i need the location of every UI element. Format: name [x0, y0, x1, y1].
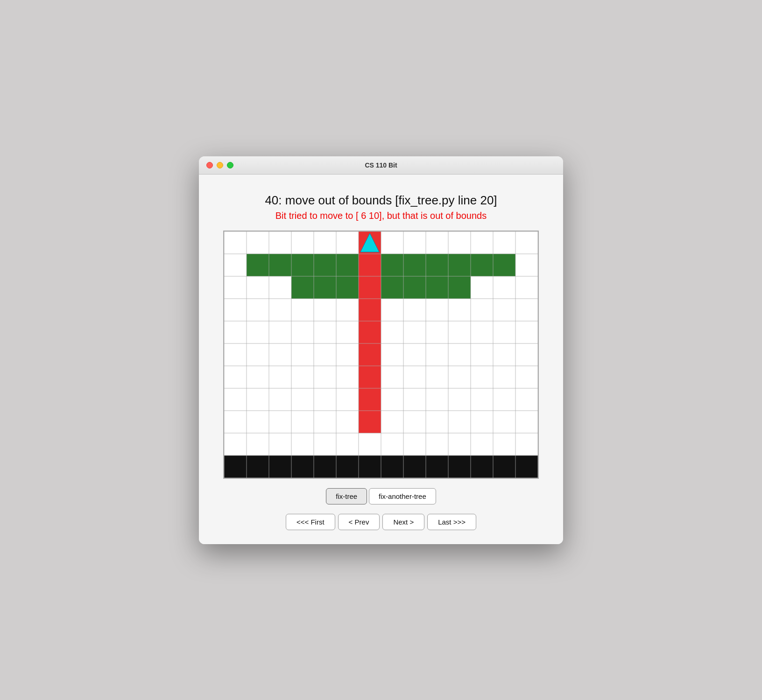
main-title: 40: move out of bounds [fix_tree.py line…	[265, 193, 497, 208]
tab-bar: fix-tree fix-another-tree	[326, 488, 436, 504]
tab-fix-another-tree[interactable]: fix-another-tree	[369, 488, 436, 504]
header-section: 40: move out of bounds [fix_tree.py line…	[265, 193, 497, 221]
window-title: CS 110 Bit	[365, 161, 397, 169]
grid-canvas	[224, 231, 538, 478]
prev-button[interactable]: < Prev	[338, 514, 380, 530]
error-text: Bit tried to move to [ 6 10], but that i…	[265, 210, 497, 221]
traffic-lights	[206, 162, 233, 168]
first-button[interactable]: <<< First	[286, 514, 335, 530]
window-content: 40: move out of bounds [fix_tree.py line…	[199, 175, 563, 544]
last-button[interactable]: Last >>>	[427, 514, 476, 530]
app-window: CS 110 Bit 40: move out of bounds [fix_t…	[199, 156, 563, 544]
close-button[interactable]	[206, 162, 213, 168]
nav-buttons: <<< First < Prev Next > Last >>>	[286, 514, 476, 530]
next-button[interactable]: Next >	[382, 514, 424, 530]
title-bar: CS 110 Bit	[199, 156, 563, 175]
tab-fix-tree[interactable]: fix-tree	[326, 488, 367, 504]
grid-container	[223, 231, 539, 479]
maximize-button[interactable]	[227, 162, 233, 168]
minimize-button[interactable]	[217, 162, 223, 168]
